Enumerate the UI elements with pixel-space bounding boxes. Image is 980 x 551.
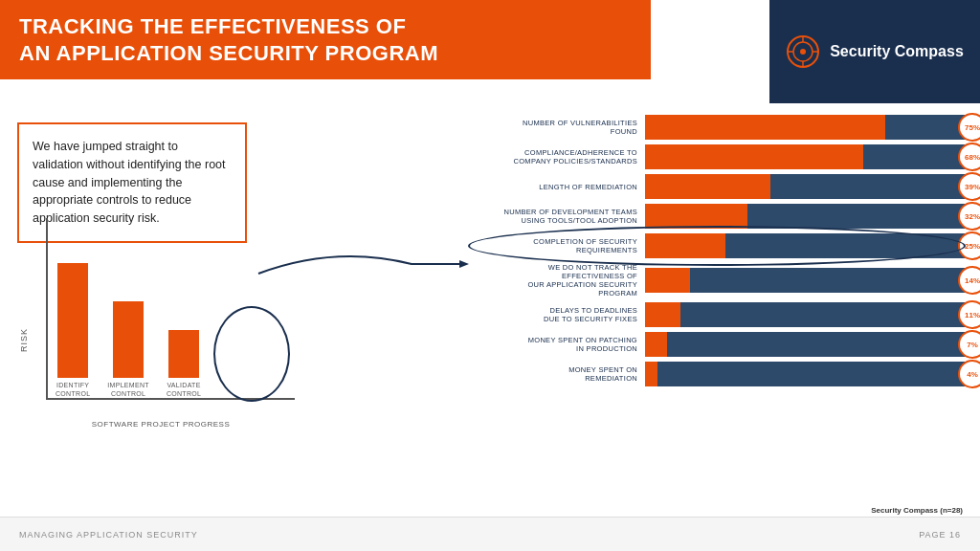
bar-bg-8: 4% xyxy=(645,362,966,386)
bar-fill-4 xyxy=(645,233,725,258)
pct-badge-4: 25% xyxy=(958,231,980,260)
pct-badge-3: 32% xyxy=(958,202,980,231)
bar-label-2: VALIDATE CONTROL xyxy=(167,382,201,398)
bar-label-0: IDENTIFY CONTROL xyxy=(56,382,90,398)
bar-fill-7 xyxy=(645,332,667,357)
bar-fill-5 xyxy=(645,268,690,293)
slide-header: TRACKING THE EFFECTIVENESS OF AN APPLICA… xyxy=(0,0,651,79)
bar-1 xyxy=(113,301,144,378)
slide-footer: MANAGING APPLICATION SECURITY PAGE 16 xyxy=(0,517,980,551)
chart-row-2: LENGTH OF REMEDIATION39% xyxy=(487,174,966,199)
bar-label-1: IMPLEMENT CONTROL xyxy=(107,382,149,398)
bar-bg-4: 25% xyxy=(645,233,966,258)
pct-badge-2: 39% xyxy=(958,172,980,201)
bar-bg-2: 39% xyxy=(645,174,966,199)
bar-group-1: IMPLEMENT CONTROL xyxy=(107,301,149,398)
row-label-6: DELAYS TO DEADLINES DUE TO SECURITY FIXE… xyxy=(487,306,645,323)
chart-row-5: WE DO NOT TRACK THE EFFECTIVENESS OF OUR… xyxy=(487,263,966,298)
content-area: We have jumped straight to validation wi… xyxy=(0,103,980,517)
bar-fill-1 xyxy=(645,144,863,169)
chart-row-4: COMPLETION OF SECURITY REQUIREMENTS25% xyxy=(487,233,966,258)
bar-group-2: VALIDATE CONTROL xyxy=(167,330,201,398)
svg-point-2 xyxy=(800,49,806,55)
chart-row-7: MONEY SPENT ON PATCHING IN PRODUCTION7% xyxy=(487,332,966,357)
bar-group-0: IDENTIFY CONTROL xyxy=(56,263,90,398)
bar-bg-3: 32% xyxy=(645,204,966,229)
pct-badge-7: 7% xyxy=(958,330,980,359)
x-axis-label: SOFTWARE PROJECT PROGRESS xyxy=(92,420,231,429)
security-compass-icon xyxy=(786,34,820,69)
pct-badge-6: 11% xyxy=(958,300,980,329)
logo-container: Security Compass xyxy=(786,34,964,69)
row-label-8: MONEY SPENT ON REMEDIATION xyxy=(487,365,645,383)
chart-row-6: DELAYS TO DEADLINES DUE TO SECURITY FIXE… xyxy=(487,302,966,327)
bar-bg-1: 68% xyxy=(645,144,966,169)
chart-row-1: COMPLIANCE/ADHERENCE TO COMPANY POLICIES… xyxy=(487,144,966,169)
row-label-7: MONEY SPENT ON PATCHING IN PRODUCTION xyxy=(487,336,645,353)
bar-bg-5: 14% xyxy=(645,268,966,293)
bar-fill-0 xyxy=(645,115,885,140)
pct-badge-5: 14% xyxy=(958,266,980,295)
footer-right-text: PAGE 16 xyxy=(919,530,961,540)
source-note: Security Compass (n=28) xyxy=(871,506,963,515)
chart-row-3: NUMBER OF DEVELOPMENT TEAMS USING TOOLS/… xyxy=(487,204,966,229)
row-label-2: LENGTH OF REMEDIATION xyxy=(487,183,645,191)
logo-text: Security Compass xyxy=(830,42,964,60)
validate-ellipse xyxy=(213,306,290,402)
bar-bg-7: 7% xyxy=(645,332,966,357)
header-title: TRACKING THE EFFECTIVENESS OF AN APPLICA… xyxy=(19,13,632,66)
connector-arrow xyxy=(258,245,469,283)
footer-left-text: MANAGING APPLICATION SECURITY xyxy=(19,530,198,540)
logo-area: Security Compass xyxy=(769,0,980,103)
row-label-4: COMPLETION OF SECURITY REQUIREMENTS xyxy=(487,237,645,254)
bar-0 xyxy=(57,263,88,378)
bar-bg-6: 11% xyxy=(645,302,966,327)
bar-fill-8 xyxy=(645,362,657,386)
row-label-1: COMPLIANCE/ADHERENCE TO COMPANY POLICIES… xyxy=(487,148,645,165)
svg-marker-7 xyxy=(459,260,469,268)
bar-bg-0: 75% xyxy=(645,115,966,140)
pct-badge-1: 68% xyxy=(958,143,980,171)
bar-fill-2 xyxy=(645,174,770,199)
pct-badge-8: 4% xyxy=(958,360,980,388)
bar-2 xyxy=(168,330,199,378)
y-axis-line xyxy=(46,218,48,400)
bar-fill-3 xyxy=(645,204,747,229)
row-label-3: NUMBER OF DEVELOPMENT TEAMS USING TOOLS/… xyxy=(487,208,645,225)
row-label-5: WE DO NOT TRACK THE EFFECTIVENESS OF OUR… xyxy=(487,263,645,298)
bar-fill-6 xyxy=(645,302,680,327)
y-axis-label: RISK xyxy=(19,328,29,352)
right-bar-chart: NUMBER OF VULNERABILITIES FOUND75%COMPLI… xyxy=(487,115,966,391)
chart-row-8: MONEY SPENT ON REMEDIATION4% xyxy=(487,362,966,386)
pct-badge-0: 75% xyxy=(958,113,980,142)
chart-row-0: NUMBER OF VULNERABILITIES FOUND75% xyxy=(487,115,966,140)
row-label-0: NUMBER OF VULNERABILITIES FOUND xyxy=(487,119,645,136)
